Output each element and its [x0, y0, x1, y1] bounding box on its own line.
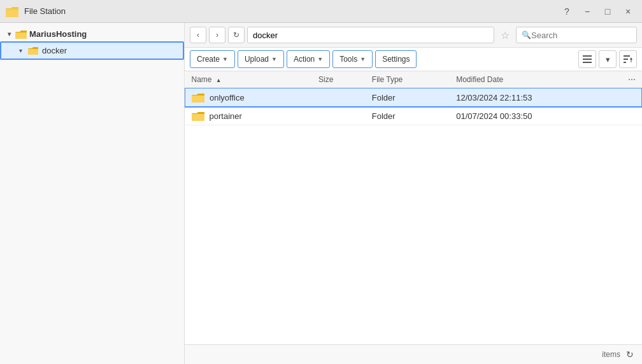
nav-bar: ‹ › ↻ ☆ 🔍	[185, 23, 642, 48]
svg-rect-8	[583, 62, 592, 63]
title-bar: File Station ? − □ ×	[0, 0, 642, 23]
svg-rect-7	[583, 59, 592, 60]
sidebar-root-item[interactable]: ▾ MariusHosting	[0, 27, 184, 41]
child-arrow: ▾	[17, 47, 24, 54]
file-table: Name ▲ Size File Type Modified Date ⋯	[185, 71, 642, 125]
upload-button[interactable]: Upload ▼	[238, 50, 284, 68]
svg-rect-13	[631, 60, 632, 62]
tools-button[interactable]: Tools ▼	[332, 50, 373, 68]
title-bar-left: File Station	[5, 4, 66, 18]
main-content: ▾ MariusHosting ▾ docker	[0, 23, 642, 364]
root-arrow: ▾	[5, 31, 13, 38]
search-icon: 🔍	[522, 31, 531, 39]
svg-rect-1	[6, 10, 18, 17]
col-filetype[interactable]: File Type	[366, 71, 450, 88]
col-modified[interactable]: Modified Date	[450, 71, 621, 88]
table-header: Name ▲ Size File Type Modified Date ⋯	[185, 71, 642, 88]
col-size[interactable]: Size	[312, 71, 366, 88]
svg-rect-3	[15, 32, 27, 39]
status-bar: items ↻	[185, 344, 642, 364]
tools-dropdown-arrow: ▼	[360, 56, 366, 62]
file-tbody: onlyoffice Folder12/03/2024 22:11:53 por…	[185, 88, 642, 125]
svg-rect-11	[624, 62, 626, 63]
settings-button[interactable]: Settings	[375, 50, 417, 68]
table-row[interactable]: onlyoffice Folder12/03/2024 22:11:53	[185, 88, 642, 107]
folder-icon-sm	[28, 46, 38, 55]
sidebar-root: ▾ MariusHosting ▾ docker	[0, 23, 184, 64]
file-date: 01/07/2024 00:33:50	[450, 107, 621, 125]
file-type: Folder	[366, 88, 450, 107]
action-button[interactable]: Action ▼	[287, 50, 330, 68]
file-table-container: Name ▲ Size File Type Modified Date ⋯	[185, 71, 642, 344]
file-name: portainer	[210, 111, 242, 121]
child-label: docker	[42, 46, 67, 55]
svg-rect-17	[192, 114, 204, 121]
file-name-cell: onlyoffice	[185, 88, 313, 107]
path-input[interactable]	[247, 27, 494, 43]
upload-dropdown-arrow: ▼	[271, 56, 277, 62]
action-dropdown-arrow: ▼	[317, 56, 323, 62]
sidebar-item-docker[interactable]: ▾ docker	[0, 41, 184, 60]
col-more[interactable]: ⋯	[622, 71, 642, 88]
view-options-button[interactable]: ▾	[599, 50, 617, 68]
file-more[interactable]	[622, 107, 642, 125]
file-size	[312, 107, 366, 125]
sort-indicator: ▲	[216, 77, 222, 83]
app-title: File Station	[24, 6, 66, 16]
search-input[interactable]	[531, 31, 638, 40]
file-type: Folder	[366, 107, 450, 125]
create-dropdown-arrow: ▼	[222, 56, 228, 62]
toolbar: Create ▼ Upload ▼ Action ▼ Tools ▼ Setti…	[185, 48, 642, 71]
app-icon	[5, 4, 19, 18]
table-row[interactable]: portainer Folder01/07/2024 00:33:50	[185, 107, 642, 125]
file-date: 12/03/2024 22:11:53	[450, 88, 621, 107]
svg-rect-9	[624, 55, 630, 57]
search-box: 🔍	[516, 27, 637, 43]
sort-button[interactable]	[619, 50, 637, 68]
file-name: onlyoffice	[210, 93, 245, 102]
right-panel: ‹ › ↻ ☆ 🔍 Create ▼ Upload ▼ Action ▼	[185, 23, 642, 364]
file-size	[312, 88, 366, 107]
minimize-button[interactable]: −	[578, 3, 596, 20]
host-icon	[15, 29, 27, 39]
svg-rect-15	[192, 95, 204, 102]
list-view-icon	[583, 55, 592, 63]
status-refresh-button[interactable]: ↻	[623, 347, 637, 361]
create-button[interactable]: Create ▼	[190, 50, 235, 68]
svg-marker-12	[630, 57, 632, 60]
sidebar: ▾ MariusHosting ▾ docker	[0, 23, 185, 364]
favorite-button[interactable]: ☆	[497, 27, 513, 43]
svg-rect-6	[583, 55, 592, 57]
nav-refresh-button[interactable]: ↻	[228, 27, 245, 43]
list-view-button[interactable]	[578, 50, 596, 68]
close-button[interactable]: ×	[619, 3, 637, 20]
help-button[interactable]: ?	[558, 3, 576, 20]
maximize-button[interactable]: □	[599, 3, 617, 20]
sort-icon	[624, 55, 632, 63]
title-bar-controls: ? − □ ×	[558, 3, 637, 20]
folder-icon	[192, 92, 204, 102]
col-name[interactable]: Name ▲	[185, 71, 313, 88]
root-label: MariusHosting	[29, 29, 87, 39]
file-name-cell: portainer	[185, 107, 313, 125]
file-more[interactable]	[622, 88, 642, 107]
back-button[interactable]: ‹	[190, 27, 206, 43]
folder-icon	[192, 111, 204, 121]
forward-button[interactable]: ›	[209, 27, 225, 43]
svg-rect-10	[624, 59, 628, 60]
items-label: items	[602, 350, 620, 359]
svg-rect-5	[28, 49, 38, 55]
